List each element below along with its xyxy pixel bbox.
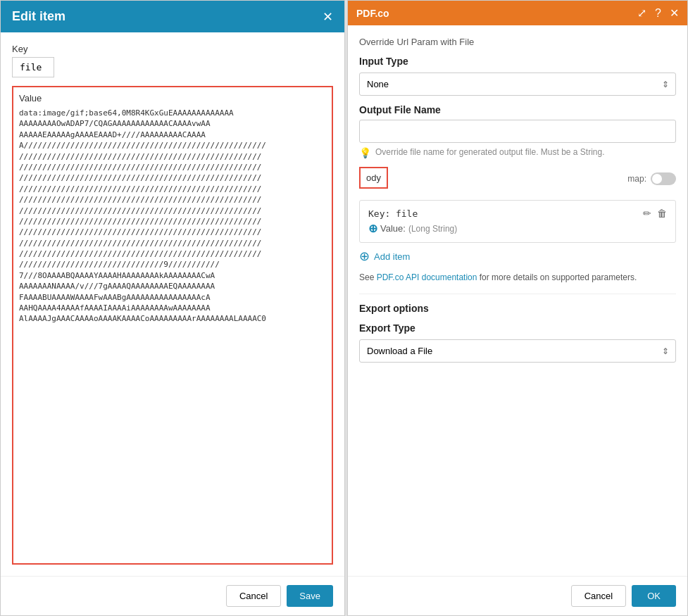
map-label: map: — [627, 174, 646, 184]
override-url-label: Override Url Param with File — [359, 37, 676, 47]
value-textarea[interactable] — [19, 108, 326, 558]
item-card-icons: ✏ 🗑 — [643, 208, 667, 219]
edit-modal-header: Edit item ✕ — [1, 1, 344, 32]
export-options-label: Export options — [359, 303, 676, 314]
item-card-key: Key: file — [368, 208, 418, 219]
key-value: file — [12, 57, 54, 77]
edit-modal-title: Edit item — [12, 9, 65, 24]
divider — [359, 294, 676, 294]
key-section: Key file — [12, 44, 333, 77]
edit-modal-body: Key file Value — [1, 32, 344, 576]
plus-icon: ⊕ — [368, 222, 377, 235]
key-label: Key — [12, 44, 333, 54]
resize-icon[interactable]: ⤢ — [637, 6, 646, 20]
edit-save-button[interactable]: Save — [287, 585, 333, 607]
item-edit-icon[interactable]: ✏ — [643, 208, 651, 219]
output-file-input[interactable] — [359, 120, 676, 143]
api-doc-prefix: See — [359, 272, 377, 282]
input-type-select-wrapper: None File URL — [359, 73, 676, 96]
right-panel-footer: Cancel OK — [348, 576, 687, 615]
right-panel-title: PDF.co — [356, 8, 389, 19]
export-type-label: Export Type — [359, 322, 676, 334]
add-item-button[interactable]: ⊕ Add item — [359, 249, 410, 264]
right-cancel-button[interactable]: Cancel — [571, 585, 626, 607]
item-key-label: Key: — [368, 208, 390, 219]
item-value-label: Value: — [380, 223, 406, 234]
edit-modal-close-button[interactable]: ✕ — [323, 11, 333, 23]
ody-section: ody — [359, 167, 388, 189]
api-doc-text: See PDF.co API documentation for more de… — [359, 272, 676, 282]
item-value-hint: (Long String) — [408, 224, 457, 234]
value-section: Value — [12, 86, 333, 565]
ody-text: ody — [366, 172, 381, 183]
api-doc-suffix: for more details on supported parameters… — [477, 272, 637, 282]
right-panel-header: PDF.co ⤢ ? ✕ — [348, 1, 687, 25]
map-toggle[interactable] — [651, 172, 676, 185]
input-type-select[interactable]: None File URL — [359, 73, 676, 96]
header-icons: ⤢ ? ✕ — [637, 6, 679, 20]
right-panel-body: Override Url Param with File Input Type … — [348, 25, 687, 576]
right-panel: PDF.co ⤢ ? ✕ Override Url Param with Fil… — [347, 0, 688, 616]
api-doc-link[interactable]: PDF.co API documentation — [377, 272, 477, 282]
input-type-label: Input Type — [359, 56, 676, 67]
edit-item-modal: Edit item ✕ Key file Value Cancel Save — [0, 0, 345, 616]
add-item-plus-icon: ⊕ — [359, 249, 370, 264]
item-card-value: ⊕ Value: (Long String) — [368, 222, 667, 235]
export-type-select[interactable]: Download a File Save to Variable Save to… — [359, 339, 676, 363]
hint-icon: 💡 — [359, 147, 371, 158]
edit-cancel-button[interactable]: Cancel — [226, 585, 281, 607]
output-file-label: Output File Name — [359, 104, 676, 115]
item-card-row: Key: file ✏ 🗑 — [368, 208, 667, 219]
value-label: Value — [19, 93, 326, 103]
export-type-select-wrapper: Download a File Save to Variable Save to… — [359, 339, 676, 363]
help-icon[interactable]: ? — [655, 7, 661, 20]
hint-text-content: Override file name for generated output … — [375, 147, 605, 157]
item-delete-icon[interactable]: 🗑 — [657, 208, 667, 219]
item-key-value: file — [396, 208, 418, 219]
add-item-label: Add item — [374, 251, 410, 262]
edit-modal-footer: Cancel Save — [1, 576, 344, 615]
close-icon[interactable]: ✕ — [670, 6, 679, 20]
hint-text: 💡 Override file name for generated outpu… — [359, 147, 676, 158]
right-ok-button[interactable]: OK — [632, 585, 676, 607]
map-toggle-row: map: — [627, 172, 676, 185]
item-card: Key: file ✏ 🗑 ⊕ Value: (Long String) — [359, 200, 676, 243]
